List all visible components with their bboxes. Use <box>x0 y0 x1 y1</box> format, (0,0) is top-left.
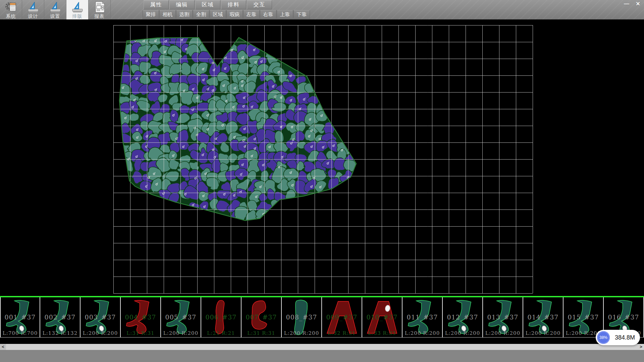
piece-id-label: 014_#37 <box>523 313 563 321</box>
nav-tab-label: 设计 <box>28 13 38 19</box>
tool-defect[interactable]: 瑕疵 <box>226 10 243 19</box>
tool-cut-all[interactable]: 全割 <box>193 10 209 19</box>
menu-row-bottom: 聚排 相机 选割 全割 区域 瑕疵 左靠 右靠 上靠 下靠 <box>143 10 310 19</box>
piece-id-label: 005_#37 <box>161 313 201 321</box>
piece-count-label: L:31 R:31 <box>241 330 281 336</box>
thumbnail-cell-006_#37[interactable]: 006_#37 L:21 R:21 <box>201 297 241 338</box>
thumbnail-cell-005_#37[interactable]: 005_#37 L:200 R:200 <box>161 297 201 338</box>
piece-id-label: 008_#37 <box>282 313 321 321</box>
thumbnail-cell-002_#37[interactable]: 002_#37 L:132 R:132 <box>40 297 80 338</box>
scroll-right-button[interactable]: > <box>638 344 644 350</box>
tool-align-top[interactable]: 上靠 <box>277 10 293 19</box>
nav-tab-label: 排版 <box>72 13 83 19</box>
thumbnail-cell-001_#37[interactable]: 001_#37 L:700 R:700 <box>0 297 40 338</box>
report-document-icon <box>93 1 106 13</box>
piece-id-label: 016_#37 <box>604 313 643 321</box>
nesting-canvas[interactable] <box>0 19 644 296</box>
piece-id-label: 012_#37 <box>443 313 482 321</box>
top-toolbar: 系统 设计 设置 排版 <box>0 0 644 19</box>
thumbnail-cell-013_#37[interactable]: 013_#37 L:200 R:200 <box>483 297 523 338</box>
piece-count-label: L:200 R:200 <box>483 330 523 336</box>
progress-circle: 38% <box>597 331 610 344</box>
nav-tab-layout[interactable]: 排版 <box>66 0 89 19</box>
nav-tab-settings[interactable]: 设置 <box>44 0 66 19</box>
piece-count-label: L:31 R:31 <box>121 330 160 336</box>
piece-id-label: 002_#37 <box>40 313 80 321</box>
piece-id-label: 003_#37 <box>80 313 120 321</box>
nav-tab-design[interactable]: 设计 <box>22 0 44 19</box>
menu-attributes[interactable]: 属性 <box>144 0 169 9</box>
piece-id-label: 011_#37 <box>402 313 442 321</box>
piece-id-label: 004_#37 <box>121 313 160 321</box>
piece-count-label: L:200 R:200 <box>523 330 563 336</box>
thumbnail-cell-015_#37[interactable]: 015_#37 L:200 R:200 <box>564 297 604 338</box>
workspace <box>0 19 644 296</box>
minimize-button[interactable]: — <box>622 1 631 7</box>
piece-id-label: 007_#37 <box>241 313 281 321</box>
piece-count-label: L:200 R:200 <box>161 330 201 336</box>
menu-region[interactable]: 区域 <box>195 0 220 9</box>
tool-camera[interactable]: 相机 <box>159 10 176 19</box>
thumbnail-cell-004_#37[interactable]: 004_#37 L:31 R:31 <box>121 297 161 338</box>
nav-tab-report[interactable]: 报表 <box>89 0 111 19</box>
scroll-left-button[interactable]: < <box>0 344 6 350</box>
piece-id-label: 001_#37 <box>1 313 40 321</box>
piece-count-label: L:32 R:31 <box>322 330 362 336</box>
piece-count-label: L:21 R:21 <box>201 330 241 336</box>
tool-cluster-nest[interactable]: 聚排 <box>143 10 159 19</box>
nav-tab-label: 报表 <box>95 13 105 19</box>
piece-count-label: L:200 R:200 <box>282 330 321 336</box>
thumbnail-cell-011_#37[interactable]: 011_#37 L:200 R:200 <box>402 297 443 338</box>
menu-row-top: 属性 编辑 区域 排料 交互 <box>144 0 272 9</box>
nav-tab-system[interactable]: 系统 <box>0 0 22 19</box>
horizontal-scrollbar[interactable]: < > <box>0 344 644 350</box>
tool-select-cut[interactable]: 选割 <box>176 10 193 19</box>
status-bar <box>0 350 644 362</box>
nav-tabs: 系统 设计 设置 排版 <box>0 0 111 19</box>
menu-edit[interactable]: 编辑 <box>169 0 195 9</box>
system-gear-icon <box>4 1 18 13</box>
tool-align-left[interactable]: 左靠 <box>243 10 260 19</box>
piece-count-label: L:132 R:132 <box>40 330 80 336</box>
memory-badge: 38% 384.8M <box>596 330 640 345</box>
triangle-ruler-icon <box>49 1 62 13</box>
memory-size-label: 384.8M <box>610 334 640 341</box>
tool-region[interactable]: 区域 <box>210 10 226 19</box>
menu-nesting[interactable]: 排料 <box>221 0 246 9</box>
thumbnail-cell-003_#37[interactable]: 003_#37 L:200 R:200 <box>80 297 121 338</box>
nav-tab-label: 设置 <box>50 13 60 19</box>
triangle-ruler-icon <box>71 1 84 13</box>
piece-count-label: L:200 R:200 <box>443 330 482 336</box>
thumbnail-cell-008_#37[interactable]: 008_#37 L:200 R:200 <box>282 297 322 338</box>
thumbnail-cell-009_#37[interactable]: 009_#37 L:32 R:31 <box>322 297 362 338</box>
thumbnail-cell-014_#37[interactable]: 014_#37 L:200 R:200 <box>523 297 564 338</box>
piece-count-label: L:200 R:200 <box>80 330 120 336</box>
piece-count-label: L:700 R:700 <box>1 330 40 336</box>
triangle-ruler-icon <box>26 1 40 13</box>
piece-count-label: L:200 R:200 <box>402 330 442 336</box>
thumbnail-cell-007_#37[interactable]: 007_#37 L:31 R:31 <box>241 297 282 338</box>
piece-id-label: 006_#37 <box>201 313 241 321</box>
thumbnail-cell-010_#37[interactable]: 010_#37 L:33 R:33 <box>362 297 402 338</box>
tool-align-right[interactable]: 右靠 <box>260 10 276 19</box>
app-window: 系统 设计 设置 排版 <box>0 0 644 362</box>
nav-tab-label: 系统 <box>6 13 16 19</box>
pieces-strip: 001_#37 L:700 R:700 002_#37 L:132 R:132 … <box>0 296 644 338</box>
piece-id-label: 013_#37 <box>483 313 523 321</box>
tool-align-bottom[interactable]: 下靠 <box>293 10 310 19</box>
thumbnail-cell-012_#37[interactable]: 012_#37 L:200 R:200 <box>443 297 483 338</box>
piece-id-label: 009_#37 <box>322 313 362 321</box>
piece-id-label: 015_#37 <box>564 313 603 321</box>
close-button[interactable]: ✕ <box>633 1 643 7</box>
window-controls: — ✕ <box>622 1 643 7</box>
piece-count-label: L:33 R:33 <box>362 330 402 336</box>
piece-id-label: 010_#37 <box>362 313 402 321</box>
menu-interact[interactable]: 交互 <box>247 0 272 9</box>
